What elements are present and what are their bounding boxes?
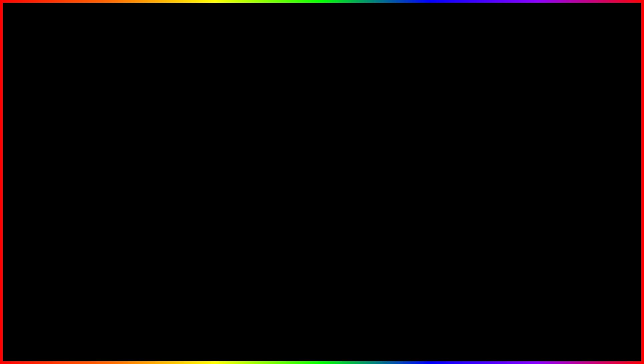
- x-value-row: X Value (Offset from Mob): [262, 121, 338, 129]
- main-title: PIXEL PIECE: [154, 3, 490, 62]
- quest-karlo-checkbox[interactable]: [415, 174, 419, 178]
- auto-punch-label: Auto Punch: [56, 164, 79, 169]
- auto-farm-col-header: Auto-Farm: [262, 101, 338, 106]
- auto-punch-row: Auto Punch: [52, 161, 180, 173]
- quest-stuff-label: Quest Stuff: [52, 198, 180, 204]
- z-value-slider[interactable]: [300, 143, 336, 144]
- skill-interval-row: Skill Use Interval: [262, 160, 338, 164]
- tab-stats-label: Stats: [94, 106, 102, 110]
- stat-melee-checkbox[interactable]: [334, 218, 338, 222]
- auto-equip-katana-toggle[interactable]: [164, 188, 176, 195]
- quest-ranabana-row: Auto Quest: Ranabana: [343, 135, 419, 139]
- weapon-selection-value[interactable]: Melee: [321, 114, 338, 120]
- quest-pickles-checkbox[interactable]: [415, 152, 419, 156]
- quest-peixe-checkbox[interactable]: [415, 201, 419, 205]
- quest-peixe-label: Auto Quest: Peixe: [343, 201, 373, 205]
- quest-peixe-row: Auto Quest: Peixe: [343, 201, 419, 205]
- left-gui-panel: Pixel Piece 🔍 ✏ ⊟ ✕ ⚙ Auto Farm ⚙ Stats …: [52, 90, 180, 205]
- search-icon[interactable]: 🔍: [150, 94, 155, 99]
- enable-auto-farm-toggle[interactable]: [331, 154, 338, 158]
- close-icon[interactable]: ✕: [172, 94, 176, 99]
- z-value-row: Z Value (Offset from Mob): [262, 140, 338, 148]
- x-value-slider[interactable]: [300, 124, 336, 126]
- quest-karlo-label: Auto Quest: Karlo: [343, 174, 372, 178]
- stat-interval-slider[interactable]: [300, 204, 336, 205]
- skill-c-label: Auto Skill: C: [262, 177, 334, 181]
- quest-tony-row: Auto Quest: Tony: [343, 184, 419, 188]
- tab-local-player-icon: ⚙: [111, 106, 114, 110]
- shark-park-header: Shark Park Quests:: [343, 190, 419, 195]
- quest-zira-checkbox[interactable]: [415, 196, 419, 200]
- mob-selection-label: Mob Selection: [262, 108, 321, 112]
- skill-z-checkbox[interactable]: [334, 167, 338, 171]
- stat-stamina-checkbox[interactable]: [334, 213, 338, 217]
- edit-icon[interactable]: ✏: [158, 94, 162, 99]
- quest-sophia-checkbox[interactable]: [415, 118, 419, 122]
- y-value-label: Y Value (Offset from Mob): [262, 130, 298, 138]
- skill-z-label: Auto Skill: Z: [262, 167, 334, 171]
- skill-e-checkbox[interactable]: [334, 188, 338, 192]
- skill-e-row: Auto Skill: E: [262, 188, 338, 192]
- tab-misc-label: Misc: [149, 106, 157, 110]
- tab-misc[interactable]: ⚙ Misc: [141, 104, 160, 112]
- skill-v-checkbox[interactable]: [334, 183, 338, 187]
- tab-misc-icon: ⚙: [144, 106, 148, 110]
- quest-betelia-checkbox[interactable]: [415, 169, 419, 173]
- title-container: PIXEL PIECE: [0, 6, 644, 59]
- skill-e-label: Auto Skill: E: [262, 188, 334, 192]
- auto-equip-tool-label: Auto-Equip Selected Tool: [262, 149, 331, 153]
- refresh-button[interactable]: Refresh: [160, 134, 176, 139]
- stat-interval-row: Auto-Stat Interval: [262, 202, 338, 206]
- tab-s[interactable]: ⚙ S: [162, 104, 176, 112]
- gui-tabs: ⚙ Auto Farm ⚙ Stats ⚙ Local Player ⚙ Mis…: [52, 102, 180, 114]
- weapon-selection-row: Weapon Selection Melee: [262, 114, 338, 120]
- tab-stats[interactable]: ⚙ Stats: [85, 104, 106, 112]
- stat-interval-label: Auto-Stat Interval: [262, 202, 298, 206]
- tab-auto-farm[interactable]: ⚙ Auto Farm: [55, 104, 84, 112]
- nav-main[interactable]: Main: [233, 101, 257, 107]
- y-value-row: Y Value (Offset from Mob): [262, 130, 338, 138]
- main-stuff-label: Main Stuff: [52, 114, 180, 120]
- quest-laft-checkbox[interactable]: [415, 147, 419, 151]
- nav-teleports[interactable]: Teleports: [233, 107, 257, 113]
- skill-interval-slider[interactable]: [300, 161, 336, 162]
- skill-c-checkbox[interactable]: [334, 177, 338, 181]
- auto-equip-katana-row: Auto Equip Classic Katana: [52, 185, 180, 198]
- quest-tony-checkbox[interactable]: [415, 184, 419, 188]
- badge-label-text: PIXELPIECE: [581, 341, 589, 348]
- weapon-selection-label: Weapon Selection: [262, 115, 321, 119]
- bottom-script-text: SCRIPT: [217, 325, 305, 352]
- quest-sopp-checkbox[interactable]: [415, 179, 419, 183]
- quest-karlo-row: Auto Quest: Karlo: [343, 174, 419, 178]
- tab-local-player[interactable]: ⚙ Local Player: [107, 104, 139, 112]
- enable-auto-farm-row: Enable Auto-Farm: [262, 154, 338, 158]
- mob-selection-value[interactable]: Bandit: [321, 108, 338, 113]
- quest-betelia-row: Auto Quest: Betelia: [343, 169, 419, 173]
- skill-z-row: Auto Skill: Z: [262, 167, 338, 171]
- auto-teleport-toggle[interactable]: [164, 144, 176, 151]
- quest-gabi-checkbox[interactable]: [415, 113, 419, 117]
- stat-defense-checkbox[interactable]: [334, 208, 338, 212]
- quest-ranabana-checkbox[interactable]: [415, 135, 419, 139]
- quest-tony-label: Auto Quest: Tony: [343, 184, 371, 188]
- quest-olivia-checkbox[interactable]: [415, 157, 419, 161]
- right-panel-nav: Main Teleports Misc: [233, 101, 259, 224]
- auto-equip-melee-toggle[interactable]: [164, 176, 176, 182]
- stat-defense-label: Auto Stat: Defense: [262, 208, 334, 212]
- quest-furnton-checkbox[interactable]: [415, 130, 419, 134]
- auto-equip-tool-toggle[interactable]: [331, 149, 338, 153]
- pixel-piece-badge: 🔥 PIXELPIECE: [536, 294, 592, 351]
- skill-x-checkbox[interactable]: [334, 172, 338, 176]
- minimize-icon[interactable]: ⊟: [165, 94, 169, 99]
- quest-sophia-label: Auto Quest: Sophia: [343, 118, 375, 122]
- select-mob-label: Select Mob: [56, 123, 78, 128]
- tab-local-player-label: Local Player: [115, 106, 136, 110]
- y-value-slider[interactable]: [300, 134, 336, 135]
- auto-punch-toggle[interactable]: [164, 163, 176, 170]
- quest-laft-row: Auto Quest: Laft: [343, 147, 419, 151]
- refresh-mobs-label: Refresh Mobs List: [56, 134, 91, 139]
- select-mob-value[interactable]: Bandit ∧: [158, 123, 176, 128]
- skill-v-row: Auto Skill: V: [262, 183, 338, 187]
- nav-misc[interactable]: Misc: [233, 113, 257, 119]
- auto-equip-katana-label: Auto Equip Classic Katana: [56, 189, 108, 194]
